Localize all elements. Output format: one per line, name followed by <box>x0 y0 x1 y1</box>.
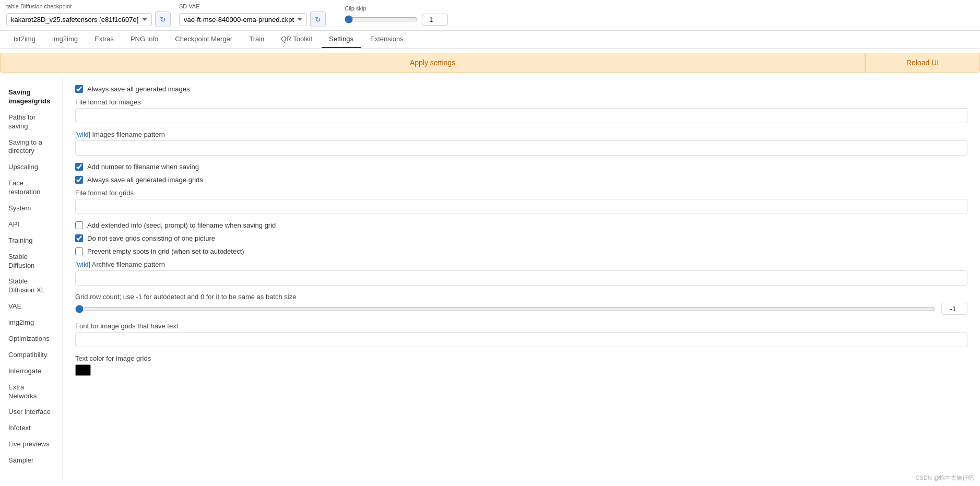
sidebar-item-optimizations[interactable]: Optimizations <box>4 331 58 347</box>
images-filename-pattern-input[interactable] <box>75 140 967 156</box>
text-color-row: Text color for image grids <box>75 354 967 376</box>
checkpoint-refresh-btn[interactable]: ↻ <box>155 11 171 27</box>
add-extended-info-checkbox[interactable] <box>75 221 83 229</box>
grid-row-count-slider[interactable] <box>75 305 935 313</box>
sidebar-item-sampler[interactable]: Sampler <box>4 453 58 468</box>
sidebar-item-img2img[interactable]: img2img <box>4 315 58 330</box>
always-save-label: Always save all generated images <box>87 85 190 93</box>
tab-checkpoint-merger[interactable]: Checkpoint Merger <box>168 31 240 48</box>
main-layout: Saving images/grids Paths for saving Sav… <box>0 77 980 479</box>
file-format-images-row: File format for images png <box>75 98 967 123</box>
add-extended-info-row: Add extended info (seed, prompt) to file… <box>75 221 967 229</box>
tab-qr-toolkit[interactable]: QR Toolkit <box>274 31 320 48</box>
always-save-checkbox[interactable] <box>75 85 83 93</box>
images-filename-wiki-link[interactable]: [wiki] <box>75 131 90 138</box>
clip-skip-label: Clip skip <box>345 5 367 11</box>
sidebar-item-saving-images[interactable]: Saving images/grids <box>4 85 58 109</box>
do-not-save-grids-label: Do not save grids consisting of one pict… <box>87 234 215 242</box>
sidebar-item-live-previews[interactable]: Live previews <box>4 437 58 452</box>
grid-row-count-label: Grid row count; use -1 for autodetect an… <box>75 293 967 301</box>
archive-filename-wiki-link[interactable]: [wiki] <box>75 260 90 268</box>
apply-settings-button[interactable]: Apply settings <box>0 53 865 73</box>
footer-watermark: CSDN @蜗牛去旅行吧 <box>916 474 974 479</box>
tab-bar: txt2img img2img Extras PNG Info Checkpoi… <box>0 31 980 49</box>
prevent-empty-spots-row: Prevent empty spots in grid (when set to… <box>75 247 967 255</box>
sidebar-item-infotext[interactable]: Infotext <box>4 421 58 436</box>
file-format-images-label: File format for images <box>75 98 967 106</box>
sidebar-item-saving-to-directory[interactable]: Saving to a directory <box>4 135 58 159</box>
vae-row: vae-ft-mse-840000-ema-pruned.ckpt ↻ <box>179 11 326 27</box>
sidebar-item-user-interface[interactable]: User interface <box>4 405 58 420</box>
always-save-row: Always save all generated images <box>75 85 967 93</box>
sidebar-item-extra-networks[interactable]: Extra Networks <box>4 380 58 404</box>
tab-png-info[interactable]: PNG Info <box>123 31 166 48</box>
images-filename-label: [wiki] Images filename pattern <box>75 131 967 138</box>
settings-content: Always save all generated images File fo… <box>63 77 980 479</box>
vae-refresh-icon: ↻ <box>315 15 321 23</box>
archive-filename-label: [wiki] Archive filename pattern <box>75 260 967 268</box>
reload-ui-button[interactable]: Reload UI <box>865 53 980 73</box>
sidebar-item-vae[interactable]: VAE <box>4 299 58 314</box>
vae-label: SD VAE <box>179 3 326 9</box>
sidebar-item-paths-for-saving[interactable]: Paths for saving <box>4 110 58 134</box>
add-extended-info-label: Add extended info (seed, prompt) to file… <box>87 221 276 229</box>
clip-skip-slider[interactable] <box>345 15 418 23</box>
tab-extensions[interactable]: Extensions <box>363 31 411 48</box>
sidebar-item-training[interactable]: Training <box>4 233 58 248</box>
file-format-grids-label: File format for grids <box>75 189 967 197</box>
images-filename-row: [wiki] Images filename pattern <box>75 131 967 156</box>
file-format-images-input[interactable]: png <box>75 108 967 123</box>
font-grids-label: Font for image grids that have text <box>75 322 967 330</box>
vae-select[interactable]: vae-ft-mse-840000-ema-pruned.ckpt <box>179 13 307 26</box>
tab-img2img[interactable]: img2img <box>45 31 85 48</box>
sidebar-item-stable-diffusion-xl[interactable]: Stable Diffusion XL <box>4 274 58 298</box>
sidebar-item-system[interactable]: System <box>4 201 58 216</box>
sidebar-item-face-restoration[interactable]: Face restoration <box>4 176 58 200</box>
archive-filename-row: [wiki] Archive filename pattern <box>75 260 967 286</box>
grid-row-count-input[interactable] <box>941 303 967 315</box>
images-filename-pattern-label: Images filename pattern <box>90 131 165 138</box>
sidebar-item-interrogate[interactable]: Interrogate <box>4 364 58 379</box>
add-number-checkbox[interactable] <box>75 163 83 171</box>
prevent-empty-spots-checkbox[interactable] <box>75 247 83 255</box>
checkpoint-row: kakarot28D_v25.safetensors [e81f1c607e] … <box>6 11 171 27</box>
do-not-save-grids-checkbox[interactable] <box>75 234 83 242</box>
sidebar-item-stable-diffusion[interactable]: Stable Diffusion <box>4 250 58 274</box>
tab-txt2img[interactable]: txt2img <box>6 31 43 48</box>
checkpoint-label: table Diffusion checkpoint <box>6 3 171 9</box>
add-number-row: Add number to filename when saving <box>75 163 967 171</box>
clip-skip-row <box>345 14 448 26</box>
add-number-label: Add number to filename when saving <box>87 163 199 171</box>
sidebar-item-compatibility[interactable]: Compatibility <box>4 348 58 363</box>
always-save-grids-row: Always save all generated image grids <box>75 176 967 184</box>
grid-row-count-row: Grid row count; use -1 for autodetect an… <box>75 293 967 315</box>
vae-refresh-btn[interactable]: ↻ <box>310 11 326 27</box>
do-not-save-grids-row: Do not save grids consisting of one pict… <box>75 234 967 242</box>
sidebar-item-upscaling[interactable]: Upscaling <box>4 160 58 175</box>
file-format-grids-input[interactable]: png <box>75 199 967 214</box>
tab-settings[interactable]: Settings <box>322 31 361 48</box>
file-format-grids-row: File format for grids png <box>75 189 967 214</box>
vae-section: SD VAE vae-ft-mse-840000-ema-pruned.ckpt… <box>179 3 326 27</box>
text-color-label: Text color for image grids <box>75 354 967 362</box>
text-color-swatch[interactable] <box>75 364 91 376</box>
clip-skip-input[interactable] <box>422 14 448 26</box>
archive-filename-pattern-input[interactable] <box>75 270 967 286</box>
top-bar: table Diffusion checkpoint kakarot28D_v2… <box>0 0 980 31</box>
font-grids-row: Font for image grids that have text <box>75 322 967 347</box>
archive-filename-pattern-label: Archive filename pattern <box>90 260 165 268</box>
checkpoint-section: table Diffusion checkpoint kakarot28D_v2… <box>6 3 171 27</box>
tab-train[interactable]: Train <box>242 31 271 48</box>
prevent-empty-spots-label: Prevent empty spots in grid (when set to… <box>87 247 244 255</box>
tab-extras[interactable]: Extras <box>87 31 121 48</box>
always-save-grids-label: Always save all generated image grids <box>87 176 203 184</box>
sidebar-item-api[interactable]: API <box>4 217 58 232</box>
clip-skip-section: Clip skip <box>345 5 448 26</box>
refresh-icon: ↻ <box>160 15 166 23</box>
font-grids-input[interactable] <box>75 332 967 347</box>
action-bar: Apply settings Reload UI <box>0 49 980 77</box>
checkpoint-select[interactable]: kakarot28D_v25.safetensors [e81f1c607e] <box>6 13 152 26</box>
grid-row-count-slider-row <box>75 303 967 315</box>
sidebar: Saving images/grids Paths for saving Sav… <box>0 77 63 479</box>
always-save-grids-checkbox[interactable] <box>75 176 83 184</box>
